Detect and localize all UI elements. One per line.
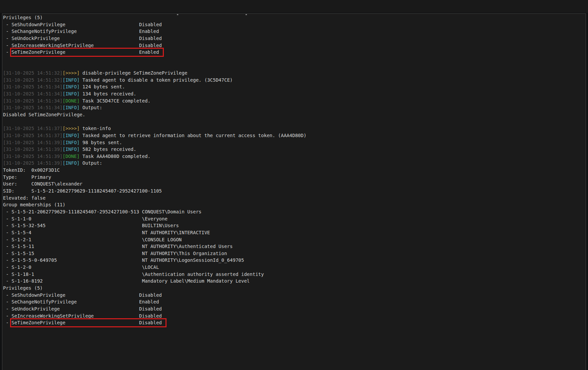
terminal-line — [3, 118, 586, 125]
terminal-line: - S-1-5-4 NT AUTHORITY\INTERACTIVE — [3, 229, 586, 236]
terminal-line: - SeShutdownPrivilege Disabled — [3, 292, 586, 299]
terminal-line: - S-1-5-11 NT AUTHORITY\Authenticated Us… — [3, 243, 586, 250]
terminal-line: - SeTimeZonePrivilege Enabled — [3, 49, 586, 56]
terminal-line: - S-1-5-32-545 BUILTIN\Users — [3, 222, 586, 229]
terminal-line: - S-1-2-0 \LOCAL — [3, 264, 586, 271]
terminal-line: [31-10-2025 14:51:32][INFO] Tasked agent… — [3, 77, 586, 84]
terminal-panel[interactable]: Privileges (5) - SeShutdownPrivilege Dis… — [2, 13, 586, 370]
terminal-line: - S-1-1-0 \Everyone — [3, 215, 586, 222]
terminal-line: SID: S-1-5-21-2062779629-1118245407-2952… — [3, 188, 586, 195]
terminal-line: - SeIncreaseWorkingSetPrivilege Disabled — [3, 313, 586, 320]
terminal-line: - S-1-5-5-0-649705 NT AUTHORITY\LogonSes… — [3, 257, 586, 264]
session-title-bar: CONQUEST\alexander@CLIENT01.conquest.loc… — [0, 0, 588, 13]
terminal-line: - S-1-5-21-2062779629-1118245407-2952427… — [3, 208, 586, 215]
terminal-line — [3, 63, 586, 70]
terminal-line: - SeIncreaseWorkingSetPrivilege Disabled — [3, 42, 586, 49]
terminal-line: - S-1-2-1 \CONSOLE LOGON — [3, 236, 586, 243]
terminal-line: Privileges (5) — [3, 14, 586, 21]
terminal-line: - S-1-5-15 NT AUTHORITY\This Organizatio… — [3, 250, 586, 257]
terminal-line: Disabled SeTimeZonePrivilege. — [3, 111, 586, 118]
terminal-line: - SeChangeNotifyPrivilege Enabled — [3, 28, 586, 35]
terminal-line: - SeUndockPrivilege Disabled — [3, 305, 586, 313]
terminal-line: - SeChangeNotifyPrivilege Enabled — [3, 298, 586, 305]
terminal-line: [31-10-2025 14:51:34][INFO] 124 bytes se… — [3, 83, 586, 90]
terminal-line: [31-10-2025 14:51:34][INFO] Output: — [3, 104, 586, 111]
terminal-line: - SeUndockPrivilege Disabled — [3, 35, 586, 42]
terminal-line: [31-10-2025 14:51:39][DONE] Task AAA4D80… — [3, 153, 586, 160]
terminal-line: - S-1-18-1 \Authentication authority ass… — [3, 271, 586, 278]
terminal-line — [3, 56, 586, 63]
terminal-line: [31-10-2025 14:51:34][INFO] 134 bytes re… — [3, 90, 586, 97]
terminal-line: - S-1-16-8192 Mandatory Label\Medium Man… — [3, 278, 586, 285]
terminal-line: [31-10-2025 14:51:39][INFO] Output: — [3, 160, 586, 167]
terminal-line: [31-10-2025 14:51:39][INFO] 582 bytes re… — [3, 146, 586, 153]
terminal-output: Privileges (5) - SeShutdownPrivilege Dis… — [3, 14, 586, 326]
terminal-line: User: CONQUEST\alexander — [3, 180, 586, 188]
terminal-line: Group memberships (11) — [3, 201, 586, 208]
terminal-line: Type: Primary — [3, 174, 586, 181]
terminal-line: Elevated: false — [3, 195, 586, 202]
terminal-line: TokenID: 0x002F3D1C — [3, 167, 586, 174]
terminal-line: [31-10-2025 14:51:34][DONE] Task 3C5D47C… — [3, 97, 586, 105]
terminal-line: - SeShutdownPrivilege Disabled — [3, 21, 586, 28]
terminal-line: [31-10-2025 14:51:32][>>>>] disable-priv… — [3, 70, 586, 77]
terminal-line: [31-10-2025 14:51:37][INFO] Tasked agent… — [3, 132, 586, 139]
terminal-line: - SeTimeZonePrivilege Disabled — [3, 319, 586, 326]
terminal-line: [31-10-2025 14:51:37][>>>>] token-info — [3, 125, 586, 132]
terminal-line: Privileges (5) — [3, 285, 586, 292]
terminal-line: [31-10-2025 14:51:39][INFO] 98 bytes sen… — [3, 139, 586, 146]
